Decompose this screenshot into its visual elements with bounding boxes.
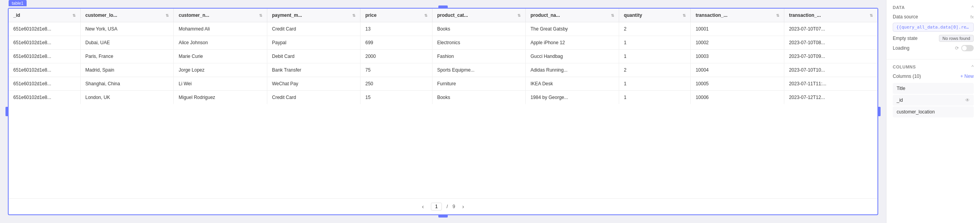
columns-section-collapse[interactable]: ^ [971,64,974,70]
table-row: 651e60102d1e8...Madrid, SpainJorge Lopez… [9,63,877,77]
table-cell-price: 2000 [360,50,432,63]
table-cell-transaction_1: 10003 [691,50,784,63]
table-cell-payment_m: Paypal [267,36,360,50]
col-header-payment_m[interactable]: payment_m...⇅ [267,9,360,22]
table-cell-product_na: Adidas Running... [526,63,619,77]
table-cell-_id: 651e60102d1e8... [9,36,80,50]
table-cell-customer_lo: London, UK [80,91,174,104]
table-row: 651e60102d1e8...Paris, FranceMarie Curie… [9,50,877,63]
eye-icon[interactable]: 👁 [965,97,970,103]
column-items-list: Title_id👁customer_location [893,83,974,117]
loading-refresh-icon: ⟳ [955,45,959,51]
table-cell-customer_lo: Paris, France [80,50,174,63]
resize-handle-right[interactable] [877,107,881,116]
table-cell-transaction_2: 2023-07-10T07... [784,22,877,36]
data-source-row: Data source fx [893,14,974,20]
table-cell-quantity: 1 [619,77,690,91]
table-cell-product_cat: Books [432,91,526,104]
table-cell-payment_m: Debit Card [267,50,360,63]
table-cell-payment_m: Credit Card [267,22,360,36]
table-row: 651e60102d1e8...New York, USAMohammed Al… [9,22,877,36]
table-cell-payment_m: Credit Card [267,91,360,104]
table-cell-price: 13 [360,22,432,36]
col-header-price[interactable]: price⇅ [360,9,432,22]
column-item[interactable]: _id👁 [893,95,974,106]
data-section-collapse[interactable]: ^ [971,5,974,10]
col-header-transaction_2[interactable]: transaction_...⇅ [784,9,877,22]
table-cell-customer_n: Miguel Rodriguez [174,91,267,104]
main-area: table1 _id⇅customer_lo...⇅customer_n...⇅… [0,0,886,223]
loading-label: Loading [893,45,910,51]
table-cell-_id: 651e60102d1e8... [9,91,80,104]
data-source-value[interactable]: {{query_all_data.data[0].result}} [893,23,974,32]
columns-section: COLUMNS ^ Columns (10) + New Title_id👁cu… [886,59,980,123]
table-cell-product_na: The Great Gatsby [526,22,619,36]
table-cell-transaction_1: 10004 [691,63,784,77]
total-pages: 9 [452,204,455,209]
columns-section-title: COLUMNS [893,65,916,69]
table-tag: table1 [9,0,27,6]
table-cell-product_na: 1984 by George... [526,91,619,104]
empty-state-value[interactable]: No rows found [939,35,974,42]
column-item[interactable]: Title [893,83,974,94]
col-header-quantity[interactable]: quantity⇅ [619,9,690,22]
table-row: 651e60102d1e8...Shanghai, ChinaLi WeiWeC… [9,77,877,91]
data-section-header: DATA ^ [893,5,974,10]
table-row: 651e60102d1e8...Dubai, UAEAlice JohnsonP… [9,36,877,50]
table-cell-transaction_2: 2023-07-10T08... [784,36,877,50]
table-cell-transaction_1: 10002 [691,36,784,50]
resize-handle-left[interactable] [5,107,9,116]
table-cell-quantity: 1 [619,50,690,63]
table-cell-transaction_2: 2023-07-12T12... [784,91,877,104]
data-section: DATA ^ Data source fx {{query_all_data.d… [886,0,980,59]
table-cell-product_cat: Furniture [432,77,526,91]
page-number-input[interactable] [431,203,442,210]
resize-handle-top[interactable] [438,5,448,9]
columns-section-header: COLUMNS ^ [893,64,974,70]
table-cell-_id: 651e60102d1e8... [9,50,80,63]
table-cell-transaction_2: 2023-07-11T11:... [784,77,877,91]
table-row: 651e60102d1e8...London, UKMiguel Rodrigu… [9,91,877,104]
right-panel: DATA ^ Data source fx {{query_all_data.d… [886,0,980,223]
columns-count-row: Columns (10) + New [893,74,974,79]
table-cell-price: 75 [360,63,432,77]
data-section-title: DATA [893,5,905,10]
table-cell-payment_m: Bank Transfer [267,63,360,77]
col-header-_id[interactable]: _id⇅ [9,9,80,22]
table-cell-transaction_1: 10001 [691,22,784,36]
data-table: _id⇅customer_lo...⇅customer_n...⇅payment… [9,9,877,104]
table-cell-quantity: 2 [619,63,690,77]
prev-page-button[interactable]: ‹ [420,203,426,210]
table-cell-product_cat: Books [432,22,526,36]
table-cell-customer_n: Mohammed Ali [174,22,267,36]
table-cell-transaction_1: 10006 [691,91,784,104]
col-header-transaction_1[interactable]: transaction_...⇅ [691,9,784,22]
col-header-customer_n[interactable]: customer_n...⇅ [174,9,267,22]
table-cell-quantity: 1 [619,91,690,104]
table-cell-customer_lo: Shanghai, China [80,77,174,91]
table-cell-_id: 651e60102d1e8... [9,63,80,77]
loading-row: Loading ⟳ [893,45,974,51]
table-cell-price: 699 [360,36,432,50]
col-header-customer_lo[interactable]: customer_lo...⇅ [80,9,174,22]
table-body: 651e60102d1e8...New York, USAMohammed Al… [9,22,877,104]
fx-badge[interactable]: fx [970,14,974,19]
next-page-button[interactable]: › [460,203,467,210]
column-item[interactable]: customer_location [893,106,974,117]
data-source-label: Data source [893,14,918,20]
new-column-button[interactable]: + New [960,74,974,79]
column-item-name: _id [897,97,903,103]
columns-count: Columns (10) [893,74,921,79]
table-cell-product_na: IKEA Desk [526,77,619,91]
resize-handle-bottom[interactable] [438,214,448,218]
loading-toggle[interactable] [961,45,974,51]
col-header-product_cat[interactable]: product_cat...⇅ [432,9,526,22]
table-cell-customer_lo: Madrid, Spain [80,63,174,77]
table-cell-quantity: 1 [619,36,690,50]
table-cell-customer_n: Li Wei [174,77,267,91]
table-cell-product_cat: Electronics [432,36,526,50]
table-cell-transaction_2: 2023-07-10T10... [784,63,877,77]
table-cell-product_cat: Sports Equipme... [432,63,526,77]
col-header-product_na[interactable]: product_na...⇅ [526,9,619,22]
table-header-row: _id⇅customer_lo...⇅customer_n...⇅payment… [9,9,877,22]
